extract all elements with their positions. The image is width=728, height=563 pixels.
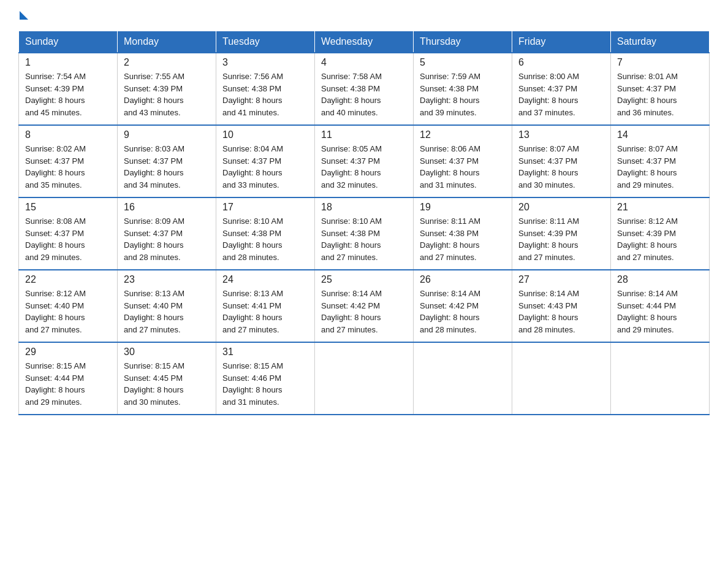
day-number: 22: [25, 274, 111, 285]
day-header-saturday: Saturday: [611, 31, 710, 53]
day-info: Sunrise: 8:13 AM Sunset: 4:41 PM Dayligh…: [222, 288, 308, 335]
day-header-friday: Friday: [512, 31, 611, 53]
calendar-cell: 22 Sunrise: 8:12 AM Sunset: 4:40 PM Dayl…: [19, 270, 118, 342]
calendar-cell: 25 Sunrise: 8:14 AM Sunset: 4:42 PM Dayl…: [315, 270, 414, 342]
calendar-table: SundayMondayTuesdayWednesdayThursdayFrid…: [18, 31, 710, 415]
calendar-cell: 1 Sunrise: 7:54 AM Sunset: 4:39 PM Dayli…: [19, 53, 118, 125]
day-number: 16: [124, 202, 210, 213]
calendar-cell: 24 Sunrise: 8:13 AM Sunset: 4:41 PM Dayl…: [216, 270, 315, 342]
calendar-cell: 6 Sunrise: 8:00 AM Sunset: 4:37 PM Dayli…: [512, 53, 611, 125]
day-info: Sunrise: 8:03 AM Sunset: 4:37 PM Dayligh…: [124, 143, 210, 191]
day-number: 2: [124, 57, 210, 68]
calendar-cell: 2 Sunrise: 7:55 AM Sunset: 4:39 PM Dayli…: [118, 53, 216, 125]
calendar-week-4: 22 Sunrise: 8:12 AM Sunset: 4:40 PM Dayl…: [19, 270, 710, 342]
calendar-cell: 20 Sunrise: 8:11 AM Sunset: 4:39 PM Dayl…: [512, 197, 611, 270]
calendar-cell: [315, 342, 414, 415]
calendar-week-1: 1 Sunrise: 7:54 AM Sunset: 4:39 PM Dayli…: [19, 53, 710, 125]
calendar-week-3: 15 Sunrise: 8:08 AM Sunset: 4:37 PM Dayl…: [19, 197, 710, 270]
day-info: Sunrise: 8:00 AM Sunset: 4:37 PM Dayligh…: [518, 71, 604, 118]
calendar-cell: 23 Sunrise: 8:13 AM Sunset: 4:40 PM Dayl…: [118, 270, 216, 342]
calendar-cell: 16 Sunrise: 8:09 AM Sunset: 4:37 PM Dayl…: [118, 197, 216, 270]
day-info: Sunrise: 7:54 AM Sunset: 4:39 PM Dayligh…: [25, 71, 111, 118]
day-number: 24: [222, 274, 308, 285]
day-number: 31: [222, 347, 308, 358]
days-header-row: SundayMondayTuesdayWednesdayThursdayFrid…: [19, 31, 710, 53]
day-info: Sunrise: 7:55 AM Sunset: 4:39 PM Dayligh…: [124, 71, 210, 118]
day-number: 1: [25, 57, 111, 68]
calendar-cell: 7 Sunrise: 8:01 AM Sunset: 4:37 PM Dayli…: [611, 53, 710, 125]
calendar-week-5: 29 Sunrise: 8:15 AM Sunset: 4:44 PM Dayl…: [19, 342, 710, 415]
day-info: Sunrise: 8:07 AM Sunset: 4:37 PM Dayligh…: [617, 143, 703, 191]
day-number: 28: [617, 274, 703, 285]
calendar-cell: 3 Sunrise: 7:56 AM Sunset: 4:38 PM Dayli…: [216, 53, 315, 125]
day-number: 14: [617, 129, 703, 140]
day-number: 4: [321, 57, 407, 68]
day-number: 20: [518, 202, 604, 213]
day-number: 25: [321, 274, 407, 285]
day-number: 21: [617, 202, 703, 213]
calendar-cell: 14 Sunrise: 8:07 AM Sunset: 4:37 PM Dayl…: [611, 125, 710, 197]
day-number: 11: [321, 129, 407, 140]
calendar-cell: 11 Sunrise: 8:05 AM Sunset: 4:37 PM Dayl…: [315, 125, 414, 197]
calendar-cell: [414, 342, 512, 415]
day-number: 26: [420, 274, 506, 285]
day-number: 23: [124, 274, 210, 285]
day-info: Sunrise: 7:56 AM Sunset: 4:38 PM Dayligh…: [222, 71, 308, 118]
day-info: Sunrise: 8:02 AM Sunset: 4:37 PM Dayligh…: [25, 143, 111, 191]
day-number: 10: [222, 129, 308, 140]
day-info: Sunrise: 8:15 AM Sunset: 4:46 PM Dayligh…: [222, 360, 308, 408]
calendar-cell: [611, 342, 710, 415]
day-info: Sunrise: 8:15 AM Sunset: 4:44 PM Dayligh…: [25, 360, 111, 408]
calendar-cell: [512, 342, 611, 415]
day-info: Sunrise: 8:05 AM Sunset: 4:37 PM Dayligh…: [321, 143, 407, 191]
logo: [18, 12, 28, 21]
day-info: Sunrise: 7:58 AM Sunset: 4:38 PM Dayligh…: [321, 71, 407, 118]
day-number: 17: [222, 202, 308, 213]
day-info: Sunrise: 8:14 AM Sunset: 4:42 PM Dayligh…: [321, 288, 407, 335]
calendar-cell: 26 Sunrise: 8:14 AM Sunset: 4:42 PM Dayl…: [414, 270, 512, 342]
day-number: 3: [222, 57, 308, 68]
day-number: 7: [617, 57, 703, 68]
day-info: Sunrise: 8:15 AM Sunset: 4:45 PM Dayligh…: [124, 360, 210, 408]
day-info: Sunrise: 8:14 AM Sunset: 4:43 PM Dayligh…: [518, 288, 604, 335]
day-info: Sunrise: 8:10 AM Sunset: 4:38 PM Dayligh…: [222, 215, 308, 263]
calendar-cell: 13 Sunrise: 8:07 AM Sunset: 4:37 PM Dayl…: [512, 125, 611, 197]
day-header-wednesday: Wednesday: [315, 31, 414, 53]
day-number: 18: [321, 202, 407, 213]
calendar-cell: 29 Sunrise: 8:15 AM Sunset: 4:44 PM Dayl…: [19, 342, 118, 415]
day-number: 5: [420, 57, 506, 68]
calendar-cell: 21 Sunrise: 8:12 AM Sunset: 4:39 PM Dayl…: [611, 197, 710, 270]
day-info: Sunrise: 8:12 AM Sunset: 4:40 PM Dayligh…: [25, 288, 111, 335]
day-info: Sunrise: 8:14 AM Sunset: 4:44 PM Dayligh…: [617, 288, 703, 335]
calendar-cell: 4 Sunrise: 7:58 AM Sunset: 4:38 PM Dayli…: [315, 53, 414, 125]
calendar-cell: 19 Sunrise: 8:11 AM Sunset: 4:38 PM Dayl…: [414, 197, 512, 270]
day-number: 6: [518, 57, 604, 68]
calendar-cell: 28 Sunrise: 8:14 AM Sunset: 4:44 PM Dayl…: [611, 270, 710, 342]
day-info: Sunrise: 8:08 AM Sunset: 4:37 PM Dayligh…: [25, 215, 111, 263]
day-info: Sunrise: 8:10 AM Sunset: 4:38 PM Dayligh…: [321, 215, 407, 263]
day-info: Sunrise: 8:11 AM Sunset: 4:38 PM Dayligh…: [420, 215, 506, 263]
calendar-cell: 15 Sunrise: 8:08 AM Sunset: 4:37 PM Dayl…: [19, 197, 118, 270]
day-info: Sunrise: 8:01 AM Sunset: 4:37 PM Dayligh…: [617, 71, 703, 118]
calendar-cell: 31 Sunrise: 8:15 AM Sunset: 4:46 PM Dayl…: [216, 342, 315, 415]
logo-triangle-icon: [20, 11, 28, 20]
day-number: 9: [124, 129, 210, 140]
day-header-monday: Monday: [118, 31, 216, 53]
day-info: Sunrise: 8:13 AM Sunset: 4:40 PM Dayligh…: [124, 288, 210, 335]
day-info: Sunrise: 8:09 AM Sunset: 4:37 PM Dayligh…: [124, 215, 210, 263]
calendar-week-2: 8 Sunrise: 8:02 AM Sunset: 4:37 PM Dayli…: [19, 125, 710, 197]
calendar-cell: 12 Sunrise: 8:06 AM Sunset: 4:37 PM Dayl…: [414, 125, 512, 197]
day-number: 13: [518, 129, 604, 140]
calendar-cell: 10 Sunrise: 8:04 AM Sunset: 4:37 PM Dayl…: [216, 125, 315, 197]
day-number: 12: [420, 129, 506, 140]
day-number: 8: [25, 129, 111, 140]
day-info: Sunrise: 8:04 AM Sunset: 4:37 PM Dayligh…: [222, 143, 308, 191]
calendar-cell: 17 Sunrise: 8:10 AM Sunset: 4:38 PM Dayl…: [216, 197, 315, 270]
day-header-sunday: Sunday: [19, 31, 118, 53]
calendar-cell: 27 Sunrise: 8:14 AM Sunset: 4:43 PM Dayl…: [512, 270, 611, 342]
day-info: Sunrise: 8:11 AM Sunset: 4:39 PM Dayligh…: [518, 215, 604, 263]
day-header-tuesday: Tuesday: [216, 31, 315, 53]
day-number: 15: [25, 202, 111, 213]
day-number: 29: [25, 347, 111, 358]
day-header-thursday: Thursday: [414, 31, 512, 53]
